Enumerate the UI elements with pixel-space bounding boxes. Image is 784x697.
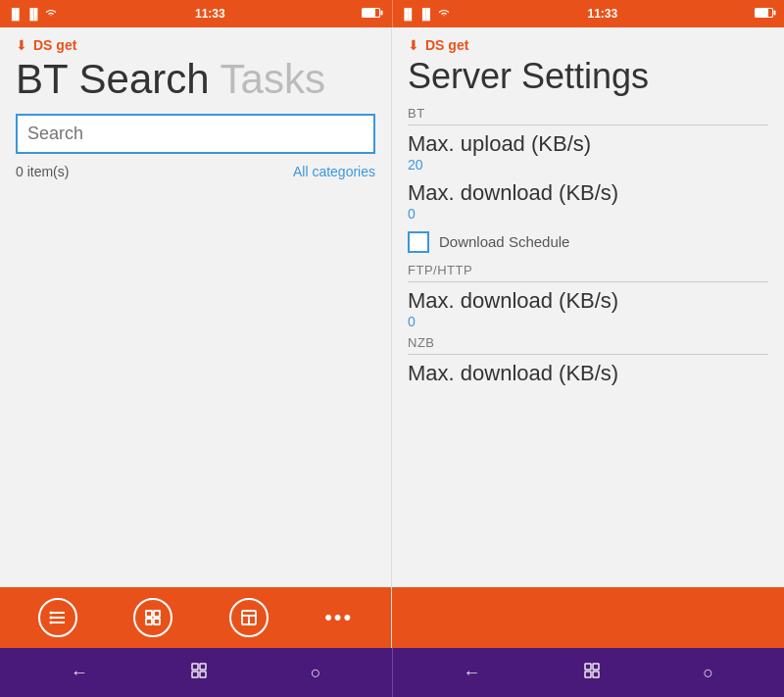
ftp-section: FTP/HTTP Max. download (KB/s) 0	[408, 263, 768, 331]
svg-point-11	[49, 612, 52, 615]
app-name-left: DS get	[33, 37, 76, 53]
status-bar-left: ▐▌ ▐▌ 11:33	[0, 0, 392, 27]
svg-rect-1	[381, 11, 383, 16]
page-title-left: BT Search Tasks	[16, 57, 375, 102]
bt-section: BT Max. upload (KB/s) 20 Max. download (…	[408, 106, 768, 259]
page-title-secondary: Tasks	[220, 57, 325, 102]
max-download-bt-value: 0	[408, 206, 768, 222]
max-download-ftp-value: 0	[408, 314, 768, 329]
status-time-right: 11:33	[587, 7, 617, 21]
bt-divider	[408, 124, 768, 125]
signal2-icon-left: ▐▌	[26, 8, 42, 20]
max-download-ftp-label: Max. download (KB/s)	[408, 288, 768, 314]
left-panel: ⬇ DS get BT Search Tasks 0 item(s) All c…	[0, 27, 392, 648]
right-nav-bar	[392, 587, 784, 648]
svg-rect-5	[773, 11, 775, 16]
nzb-section: NZB Max. download (KB/s)	[408, 335, 768, 388]
max-upload-item[interactable]: Max. upload (KB/s) 20	[408, 127, 768, 174]
status-icons-left: ▐▌ ▐▌	[8, 8, 58, 20]
svg-rect-16	[146, 619, 152, 624]
svg-rect-3	[363, 9, 375, 17]
status-bar-right: ▐▌ ▐▌ 11:33	[392, 0, 785, 27]
ftp-section-label: FTP/HTTP	[408, 263, 768, 277]
grid-view-button[interactable]	[133, 598, 172, 637]
right-panel: ⬇ DS get Server Settings BT Max. upload …	[392, 27, 784, 648]
app-header-right: ⬇ DS get	[408, 37, 768, 53]
home-button-right[interactable]	[582, 661, 602, 685]
svg-rect-7	[756, 9, 768, 17]
wifi-icon-left	[44, 8, 58, 20]
signal-icon-left: ▐▌	[8, 8, 24, 20]
windows-nav-bar: ← ○ ← ○	[0, 648, 784, 697]
back-button-left[interactable]: ←	[71, 663, 88, 683]
download-schedule-row[interactable]: Download Schedule	[408, 225, 768, 259]
nzb-section-label: NZB	[408, 335, 768, 350]
svg-rect-21	[192, 664, 198, 670]
svg-rect-23	[192, 672, 198, 677]
battery-icon-left	[362, 7, 383, 21]
home-button-left[interactable]	[189, 661, 209, 685]
download-schedule-checkbox[interactable]	[408, 231, 429, 253]
max-upload-value: 20	[408, 157, 768, 173]
search-button-left[interactable]: ○	[311, 663, 321, 683]
list-view-button[interactable]	[38, 598, 77, 637]
signal2-icon-right: ▐▌	[418, 8, 434, 20]
download-icon-left: ⬇	[16, 37, 27, 53]
download-icon-right: ⬇	[408, 37, 419, 53]
svg-rect-27	[585, 672, 591, 677]
app-header-left: ⬇ DS get	[16, 37, 375, 53]
svg-rect-15	[154, 611, 160, 617]
svg-point-12	[49, 617, 52, 620]
svg-rect-22	[200, 664, 206, 670]
nzb-divider	[408, 354, 768, 355]
all-categories-link[interactable]: All categories	[293, 164, 375, 179]
status-icons-right: ▐▌ ▐▌	[401, 8, 451, 20]
back-button-right[interactable]: ←	[463, 663, 480, 683]
svg-rect-24	[200, 672, 206, 677]
ftp-divider	[408, 281, 768, 282]
window-view-button[interactable]	[229, 598, 269, 637]
items-count: 0 item(s)	[16, 164, 69, 179]
max-upload-label: Max. upload (KB/s)	[408, 131, 768, 157]
max-download-bt-label: Max. download (KB/s)	[408, 180, 768, 206]
search-input[interactable]	[16, 114, 375, 154]
left-nav-bar: •••	[0, 587, 391, 648]
page-title-main: BT Search	[16, 57, 210, 102]
app-name-right: DS get	[425, 37, 468, 53]
page-title-right: Server Settings	[408, 57, 768, 96]
svg-rect-14	[146, 611, 152, 617]
battery-icon-right	[755, 7, 776, 21]
max-download-nzb-label: Max. download (KB/s)	[408, 361, 768, 386]
win-nav-right: ← ○	[392, 648, 785, 697]
signal-icon-right: ▐▌	[401, 8, 416, 20]
win-nav-left: ← ○	[0, 648, 392, 697]
svg-rect-25	[585, 664, 591, 670]
svg-rect-28	[593, 672, 599, 677]
svg-rect-17	[154, 619, 160, 624]
download-schedule-label: Download Schedule	[439, 233, 569, 250]
wifi-icon-right	[437, 8, 451, 20]
svg-rect-26	[593, 664, 599, 670]
status-time-left: 11:33	[195, 7, 225, 21]
search-meta: 0 item(s) All categories	[16, 164, 375, 179]
max-download-bt-item[interactable]: Max. download (KB/s) 0	[408, 176, 768, 224]
bt-section-label: BT	[408, 106, 768, 121]
max-download-nzb-item[interactable]: Max. download (KB/s)	[408, 357, 768, 388]
more-options-button[interactable]: •••	[324, 605, 353, 630]
svg-point-13	[49, 622, 52, 624]
search-button-right[interactable]: ○	[703, 663, 713, 683]
max-download-ftp-item[interactable]: Max. download (KB/s) 0	[408, 284, 768, 331]
